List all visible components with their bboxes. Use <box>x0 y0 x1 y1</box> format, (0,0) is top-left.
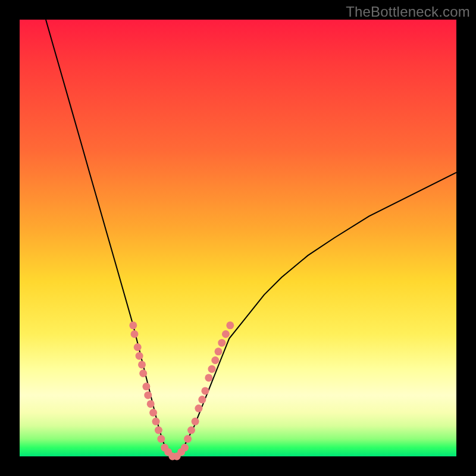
sample-dot <box>192 418 199 425</box>
sample-dot <box>211 356 219 364</box>
sample-dot <box>157 435 165 443</box>
sample-dot <box>205 374 212 381</box>
chart-frame: TheBottleneck.com <box>0 0 476 476</box>
curve-svg <box>20 20 456 456</box>
sample-dot <box>222 330 230 338</box>
sample-dot <box>152 418 160 425</box>
sample-dot <box>155 427 162 434</box>
sample-dot <box>142 383 150 390</box>
sample-dot <box>187 427 195 434</box>
sample-dot <box>184 435 192 443</box>
sample-dot <box>138 361 146 368</box>
sample-dot <box>218 339 226 347</box>
sample-dot <box>134 343 142 351</box>
sample-dots-group <box>129 321 234 460</box>
sample-dot <box>136 352 143 360</box>
sample-dot <box>149 409 157 416</box>
sample-dot <box>144 392 152 399</box>
sample-dot <box>208 365 216 373</box>
sample-dot <box>139 369 147 377</box>
sample-dot <box>195 405 202 412</box>
sample-dot <box>198 396 206 403</box>
sample-dot <box>131 330 139 338</box>
sample-dot <box>129 321 137 329</box>
sample-dot <box>181 444 189 452</box>
sample-dot <box>201 387 209 394</box>
sample-dot <box>226 321 234 329</box>
bottleneck-curve <box>46 20 456 456</box>
sample-dot <box>215 347 223 355</box>
watermark-text: TheBottleneck.com <box>346 4 470 20</box>
sample-dot <box>147 400 155 408</box>
